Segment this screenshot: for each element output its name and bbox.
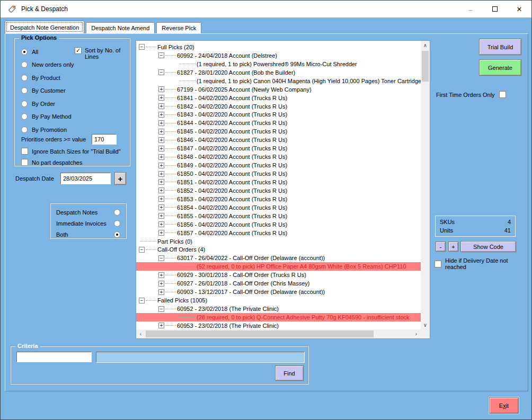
tree-row[interactable]: + 61851 - 04/02/2020 Account (Trucks R U… — [136, 178, 421, 186]
tree-row[interactable]: − Failed Picks (1005) — [136, 296, 421, 305]
prioritise-value-input[interactable] — [92, 134, 117, 145]
tree-row[interactable]: + 61857 - 04/02/2020 Account (Trucks R U… — [136, 229, 421, 237]
tree-expander-icon[interactable]: + — [158, 221, 164, 227]
tree-row[interactable]: + 61856 - 04/02/2020 Account (Trucks R U… — [136, 220, 421, 229]
sort-by-lines-checkbox[interactable]: ✓ Sort by No. of Lines — [75, 47, 129, 60]
tree-expander-icon[interactable]: + — [158, 129, 164, 135]
radio-immediate-invoices[interactable]: Immediate Invoices — [56, 220, 120, 227]
vertical-scrollbar[interactable]: ∧ ∨ — [421, 41, 430, 329]
scroll-up-icon[interactable]: ∧ — [421, 41, 430, 50]
minimize-button[interactable]: – — [458, 1, 483, 17]
tree-row[interactable]: + 61850 - 04/02/2020 Account (Trucks R U… — [136, 169, 421, 178]
tree-expander-icon[interactable]: + — [158, 146, 164, 151]
tree-row[interactable]: + 67199 - 06/02/2025 Account (Newly Web … — [136, 85, 421, 94]
increase-button[interactable]: + — [448, 242, 458, 252]
tree-row[interactable]: + 61855 - 04/02/2020 Account (Trucks R U… — [136, 212, 421, 220]
tree-row[interactable]: − 63017 - 26/04/2022 - Call-Off Order (D… — [136, 254, 421, 262]
tree-row[interactable]: + 61849 - 04/02/2020 Account (Trucks R U… — [136, 161, 421, 169]
tree-expander-icon[interactable]: − — [158, 69, 164, 75]
tree-row[interactable]: + 60953 - 23/02/2018 (The Private Clinic… — [136, 321, 421, 329]
no-part-despatches-checkbox[interactable]: No part despatches — [21, 159, 82, 166]
despatch-date-add-button[interactable]: + — [114, 172, 126, 185]
tree-expander-icon[interactable]: − — [139, 247, 145, 253]
tree-row[interactable]: + 61845 - 04/02/2020 Account (Trucks R U… — [136, 127, 421, 136]
tree-row[interactable]: − Call-Off Orders (4) — [136, 246, 421, 254]
tree-expander-icon[interactable]: + — [158, 204, 164, 210]
tree-row[interactable]: + 61842 - 04/02/2020 Account (Trucks R U… — [136, 102, 421, 111]
tree-expander-icon[interactable]: − — [158, 306, 164, 312]
tree-expander-icon[interactable]: + — [158, 154, 164, 160]
tree-row[interactable]: + 61852 - 04/02/2020 Account (Trucks R U… — [136, 186, 421, 195]
tab-despatch-note-generation[interactable]: Despatch Note Generation — [5, 21, 84, 33]
radio-by-product[interactable]: By Product — [21, 74, 74, 81]
tree-row[interactable]: (1 required, 1 to pick) Powershred® 99Ms… — [136, 60, 421, 68]
tree-row[interactable]: − Full Picks (20) — [136, 43, 421, 51]
radio-by-promotion[interactable]: By Promotion — [21, 126, 74, 133]
tree-expander-icon[interactable]: − — [158, 255, 164, 261]
tab-despatch-note-amend[interactable]: Despatch Note Amend — [86, 22, 155, 33]
radio-both[interactable]: Both — [56, 231, 120, 238]
tree-row[interactable]: + 61847 - 04/02/2020 Account (Trucks R U… — [136, 144, 421, 153]
tree-expander-icon[interactable]: + — [158, 213, 164, 219]
hide-delivery-checkbox[interactable]: Hide if Deiivery Date not reached — [435, 257, 519, 270]
tree-expander-icon[interactable]: + — [158, 112, 164, 118]
tree-expander-icon[interactable]: + — [158, 187, 164, 193]
scroll-left-icon[interactable]: ‹ — [136, 329, 145, 338]
radio-by-customer[interactable]: By Customer — [21, 87, 74, 94]
tree-expander-icon[interactable]: − — [139, 44, 145, 50]
tree-expander-icon[interactable]: + — [158, 86, 164, 92]
maximize-button[interactable] — [483, 1, 507, 17]
tree-row[interactable]: (28 required, 0 to pick) Q-Connect Adhes… — [136, 313, 421, 321]
tree-expander-icon[interactable]: + — [158, 103, 164, 109]
show-code-button[interactable]: Show Code — [460, 241, 516, 252]
radio-by-order[interactable]: By Order — [21, 100, 74, 107]
tree-row[interactable]: + 61846 - 04/02/2020 Account (Trucks R U… — [136, 136, 421, 144]
tree-row[interactable]: − 61827 - 28/01/2020 Account (Bob the Bu… — [136, 68, 421, 77]
vertical-scroll-thumb[interactable] — [422, 51, 429, 82]
radio-new-orders-only[interactable]: New orders only — [21, 61, 74, 68]
horizontal-scrollbar[interactable]: ‹ › — [136, 329, 421, 338]
tab-reverse-pick[interactable]: Reverse Pick — [156, 22, 201, 33]
radio-despatch-notes[interactable]: Despatch Notes — [56, 209, 120, 216]
tree-expander-icon[interactable]: − — [139, 298, 145, 303]
tree-expander-icon[interactable]: + — [158, 137, 164, 143]
tree-expander-icon[interactable]: + — [158, 230, 164, 236]
close-button[interactable]: ✕ — [507, 1, 531, 17]
ignore-batch-checkbox[interactable]: Ignore Batch Sizes for "Trial Build" — [21, 148, 121, 155]
tree-row[interactable]: (52 required, 0 to pick) HP Office Paper… — [136, 262, 421, 271]
tree-row[interactable]: + 61843 - 04/02/2020 Account (Trucks R U… — [136, 111, 421, 119]
trial-build-button[interactable]: Trial Build — [479, 39, 521, 55]
tree-expander-icon[interactable]: + — [158, 120, 164, 126]
tree-row[interactable]: + 60903 - 13/12/2017 - Call-Off Order (D… — [136, 288, 421, 296]
tree-expander-icon[interactable]: + — [158, 281, 164, 287]
criteria-description-input[interactable] — [96, 352, 305, 363]
generate-button[interactable]: Generate — [479, 59, 521, 76]
radio-all[interactable]: All — [21, 48, 74, 55]
find-button[interactable]: Find — [275, 365, 304, 381]
tree-expander-icon[interactable]: + — [158, 179, 164, 185]
tree-expander-icon[interactable]: + — [158, 323, 164, 328]
tree-row[interactable]: + 61848 - 04/02/2020 Account (Trucks R U… — [136, 153, 421, 161]
tree-row[interactable]: + 61844 - 04/02/2020 Account (Trucks R U… — [136, 119, 421, 127]
tree-row[interactable]: + 60927 - 26/01/2018 - Call-Off Order (C… — [136, 279, 421, 288]
tree-row[interactable]: − 60992 - 24/04/2018 Account (Delstree) — [136, 51, 421, 60]
tree-expander-icon[interactable]: + — [158, 163, 164, 168]
tree-row[interactable]: − 60952 - 23/02/2018 (The Private Clinic… — [136, 305, 421, 313]
tree-row[interactable]: + 60929 - 30/01/2018 - Call-Off Order (T… — [136, 271, 421, 279]
tree-expander-icon[interactable]: + — [158, 171, 164, 177]
tree-row[interactable]: Part Picks (0) — [136, 237, 421, 246]
scroll-down-icon[interactable]: ∨ — [421, 320, 430, 329]
tree-expander-icon[interactable]: + — [158, 95, 164, 101]
tree-expander-icon[interactable]: − — [158, 52, 164, 58]
criteria-code-input[interactable] — [16, 352, 92, 362]
despatch-date-input[interactable] — [60, 173, 111, 184]
radio-by-pay-method[interactable]: By Pay Method — [21, 113, 74, 120]
tree-row[interactable]: + 61854 - 04/02/2020 Account (Trucks R U… — [136, 203, 421, 212]
tree-row[interactable]: (1 required, 1 to pick) Canon 040H Magen… — [136, 77, 421, 85]
horizontal-scroll-thumb[interactable] — [146, 330, 374, 337]
tree-expander-icon[interactable]: + — [158, 196, 164, 202]
tree-expander-icon[interactable]: + — [158, 289, 164, 295]
decrease-button[interactable]: - — [436, 242, 446, 252]
first-time-orders-checkbox[interactable]: First Time Orders Only — [436, 91, 506, 98]
tree-expander-icon[interactable]: + — [158, 272, 164, 278]
